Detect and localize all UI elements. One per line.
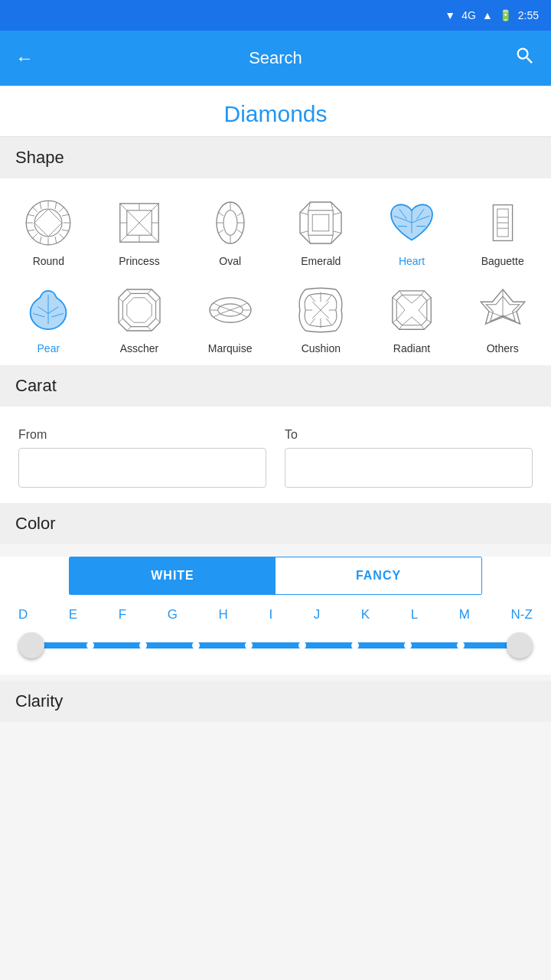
svg-line-31	[152, 235, 158, 242]
shape-item-baguette[interactable]: Baguette	[460, 191, 545, 272]
carat-section-header: Carat	[0, 365, 551, 407]
svg-line-123	[399, 325, 403, 329]
shape-item-pear[interactable]: Pear	[6, 278, 91, 359]
search-button[interactable]	[514, 45, 536, 71]
slider-dot	[192, 642, 200, 649]
shape-item-round[interactable]: Round	[6, 191, 91, 272]
svg-line-136	[489, 312, 503, 317]
fancy-toggle-button[interactable]: FANCY	[276, 557, 481, 594]
shape-item-others[interactable]: Others	[460, 278, 545, 359]
svg-line-103	[310, 295, 315, 302]
svg-line-100	[230, 307, 240, 311]
pear-icon	[21, 283, 76, 338]
color-letter-e: E	[69, 607, 77, 622]
carat-to-label: To	[285, 428, 533, 442]
princess-label: Princess	[119, 255, 160, 267]
svg-line-14	[28, 214, 34, 216]
svg-line-29	[152, 204, 158, 211]
color-letters: D E F G H I J K L M N-Z	[0, 607, 551, 622]
svg-line-12	[41, 237, 42, 243]
svg-line-6	[33, 207, 37, 211]
svg-line-89	[127, 327, 131, 331]
shape-item-princess[interactable]: Princess	[97, 191, 182, 272]
carat-section: From To	[0, 407, 551, 503]
svg-line-101	[220, 310, 230, 314]
svg-line-37	[139, 211, 152, 223]
baguette-icon	[475, 195, 530, 250]
svg-rect-51	[308, 211, 333, 235]
svg-line-127	[396, 300, 405, 310]
carat-from-input[interactable]	[18, 448, 266, 488]
color-section-header: Color	[0, 503, 551, 544]
color-letter-k: K	[361, 607, 370, 622]
svg-line-17	[62, 230, 69, 231]
emerald-label: Emerald	[301, 255, 341, 267]
shape-item-oval[interactable]: Oval	[187, 191, 272, 272]
oval-label: Oval	[219, 255, 241, 267]
svg-line-120	[427, 298, 431, 301]
svg-line-114	[321, 310, 329, 318]
svg-line-13	[55, 237, 57, 243]
svg-line-38	[127, 223, 139, 235]
white-toggle-button[interactable]: WHITE	[70, 557, 276, 594]
time-label: 2:55	[518, 9, 539, 21]
signal-icon: ▲	[482, 9, 493, 21]
svg-line-122	[427, 320, 431, 323]
slider-right-thumb[interactable]	[507, 632, 533, 658]
slider-left-thumb[interactable]	[18, 632, 44, 658]
svg-marker-115	[393, 291, 431, 329]
svg-line-125	[402, 295, 412, 303]
baguette-label: Baguette	[481, 255, 524, 267]
shape-item-emerald[interactable]: Emerald	[279, 191, 364, 272]
svg-line-85	[119, 298, 122, 302]
pear-label: Pear	[37, 342, 60, 354]
svg-line-86	[156, 298, 160, 302]
others-label: Others	[487, 342, 519, 354]
svg-line-83	[127, 289, 131, 293]
shape-item-cushion[interactable]: Cushion	[279, 278, 364, 359]
back-button[interactable]: ←	[15, 47, 34, 69]
svg-line-45	[237, 213, 242, 217]
svg-line-128	[419, 300, 427, 310]
cushion-label: Cushion	[302, 342, 341, 354]
svg-line-132	[412, 317, 422, 325]
svg-line-7	[60, 234, 64, 238]
svg-line-9	[33, 234, 37, 238]
color-section-title: Color	[15, 514, 56, 533]
radiant-label: Radiant	[393, 342, 430, 354]
svg-line-124	[422, 325, 425, 329]
svg-line-119	[393, 298, 396, 301]
svg-line-47	[237, 230, 242, 234]
shape-item-asscher[interactable]: Asscher	[97, 278, 182, 359]
svg-line-84	[148, 289, 152, 293]
shape-item-marquise[interactable]: Marquise	[187, 278, 272, 359]
round-label: Round	[33, 255, 64, 267]
svg-line-104	[327, 295, 332, 302]
app-bar: ← Search	[0, 31, 551, 86]
radiant-icon	[384, 283, 439, 338]
shape-section-header: Shape	[0, 137, 551, 178]
slider-dot	[351, 642, 359, 649]
svg-line-121	[393, 320, 396, 323]
color-slider-container	[0, 632, 551, 659]
page-title: Diamonds	[0, 101, 551, 127]
carat-to-input[interactable]	[285, 448, 533, 488]
clarity-section-header: Clarity	[0, 681, 551, 722]
shape-grid-section: Round Princess	[0, 178, 551, 365]
wifi-icon: ▼	[445, 9, 455, 21]
svg-line-96	[240, 303, 246, 307]
color-letter-g: G	[168, 607, 178, 622]
shape-item-heart[interactable]: Heart	[370, 191, 455, 272]
others-icon	[475, 283, 530, 338]
clarity-section-title: Clarity	[15, 691, 63, 710]
shape-grid: Round Princess	[0, 191, 551, 359]
svg-line-30	[120, 235, 127, 242]
color-letter-d: D	[18, 607, 28, 622]
svg-line-28	[120, 204, 127, 211]
shape-item-radiant[interactable]: Radiant	[370, 278, 455, 359]
slider-dots	[34, 642, 517, 649]
color-letter-l: L	[411, 607, 418, 622]
svg-line-10	[41, 202, 42, 209]
svg-line-8	[60, 207, 64, 211]
svg-line-129	[396, 310, 405, 320]
